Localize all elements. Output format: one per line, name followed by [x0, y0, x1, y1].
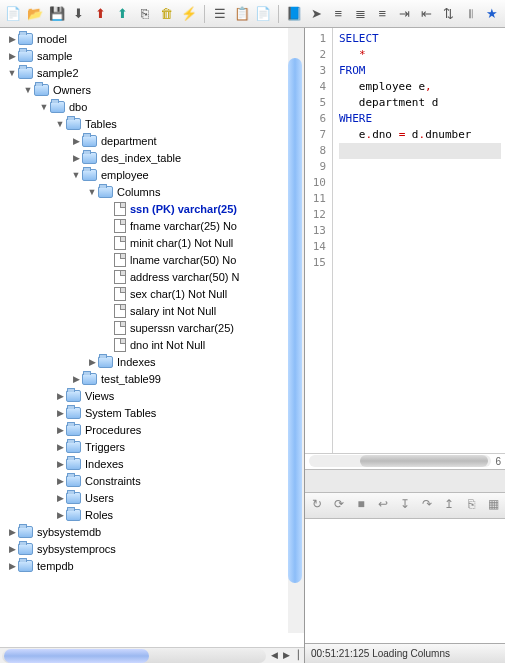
tree-vscroll-thumb[interactable]	[288, 58, 302, 583]
disclosure-open-icon[interactable]: ▼	[70, 169, 82, 181]
tree-row[interactable]: ▶Users	[0, 489, 304, 506]
code-line[interactable]	[339, 191, 501, 207]
tree-row[interactable]: ▶Views	[0, 387, 304, 404]
step-in-button[interactable]: ↧	[397, 497, 413, 513]
disclosure-closed-icon[interactable]: ▶	[6, 526, 18, 538]
code-line[interactable]	[339, 143, 501, 159]
open-folder-button[interactable]: 📂	[26, 5, 44, 23]
sql-editor[interactable]: 123456789101112131415 SELECT *FROM emplo…	[305, 28, 505, 453]
code-line[interactable]: *	[339, 47, 501, 63]
disclosure-closed-icon[interactable]: ▶	[54, 475, 66, 487]
code-line[interactable]: FROM	[339, 63, 501, 79]
align-right-button[interactable]: ≡	[373, 5, 391, 23]
export-teal-button[interactable]: ⬆	[114, 5, 132, 23]
tree-row[interactable]: ▶Roles	[0, 506, 304, 523]
disclosure-closed-icon[interactable]: ▶	[70, 135, 82, 147]
db-tree[interactable]: ▶model▶sample▼sample2▼Owners▼dbo▼Tables▶…	[0, 28, 304, 647]
tree-row[interactable]: address varchar(50) N	[0, 268, 304, 285]
import-button[interactable]: ⬇	[70, 5, 88, 23]
tree-row[interactable]: ▶tempdb	[0, 557, 304, 574]
pane-separator[interactable]	[305, 469, 505, 493]
hscroll-left-icon[interactable]: ◀	[268, 650, 280, 662]
tree-row[interactable]: ▶Procedures	[0, 421, 304, 438]
grid-button[interactable]: ▦	[485, 497, 501, 513]
code-line[interactable]	[339, 223, 501, 239]
hscroll-right-icon[interactable]: ▶	[280, 650, 292, 662]
tree-hscroll[interactable]: ◀ ▶ ⎮	[0, 647, 304, 663]
tree-row[interactable]: ▼Columns	[0, 183, 304, 200]
disclosure-open-icon[interactable]: ▼	[6, 67, 18, 79]
disclosure-closed-icon[interactable]: ▶	[54, 390, 66, 402]
run-button[interactable]: ⚡	[180, 5, 198, 23]
tree-vscroll-track[interactable]	[288, 28, 304, 633]
tree-hscroll-thumb[interactable]	[4, 649, 149, 663]
disclosure-closed-icon[interactable]: ▶	[54, 441, 66, 453]
tree-row[interactable]: ▼sample2	[0, 64, 304, 81]
tree-row[interactable]: ▶model	[0, 30, 304, 47]
code-line[interactable]: SELECT	[339, 31, 501, 47]
code-line[interactable]	[339, 207, 501, 223]
paste-doc-button[interactable]: 📄	[254, 5, 272, 23]
tree-row[interactable]: ▶sybsystemprocs	[0, 540, 304, 557]
refresh-button[interactable]: ↻	[309, 497, 325, 513]
disclosure-open-icon[interactable]: ▼	[22, 84, 34, 96]
disclosure-open-icon[interactable]: ▼	[54, 118, 66, 130]
tree-row[interactable]: ▼dbo	[0, 98, 304, 115]
new-file-button[interactable]: 📄	[4, 5, 22, 23]
code-line[interactable]: department d	[339, 95, 501, 111]
tree-row[interactable]: ▶Indexes	[0, 353, 304, 370]
tree-row[interactable]: ▶Triggers	[0, 438, 304, 455]
code-line[interactable]	[339, 255, 501, 271]
disclosure-open-icon[interactable]: ▼	[38, 101, 50, 113]
stop-button[interactable]: ■	[353, 497, 369, 513]
tree-row[interactable]: ▶sample	[0, 47, 304, 64]
tree-row[interactable]: sex char(1) Not Null	[0, 285, 304, 302]
columns-button[interactable]: ⦀	[461, 5, 479, 23]
copy-button[interactable]: ⎘	[136, 5, 154, 23]
copy-button[interactable]: ⎘	[463, 497, 479, 513]
tree-row[interactable]: ▶test_table99	[0, 370, 304, 387]
step-out-button[interactable]: ↥	[441, 497, 457, 513]
editor-code[interactable]: SELECT *FROM employee e, department dWHE…	[333, 28, 505, 453]
tree-row[interactable]: lname varchar(50) No	[0, 251, 304, 268]
disclosure-closed-icon[interactable]: ▶	[54, 407, 66, 419]
outdent-button[interactable]: ⇤	[417, 5, 435, 23]
star-button[interactable]: ★	[483, 5, 501, 23]
disclosure-closed-icon[interactable]: ▶	[70, 152, 82, 164]
book-button[interactable]: 📘	[285, 5, 303, 23]
export-red-button[interactable]: ⬆	[92, 5, 110, 23]
code-line[interactable]: e.dno = d.dnumber	[339, 127, 501, 143]
copy-doc-button[interactable]: 📋	[233, 5, 251, 23]
tree-hscroll-track[interactable]	[2, 649, 266, 663]
editor-hscroll[interactable]: 6	[305, 453, 505, 469]
tree-row[interactable]: ssn (PK) varchar(25)	[0, 200, 304, 217]
align-center-button[interactable]: ≣	[351, 5, 369, 23]
editor-hscroll-thumb[interactable]	[360, 455, 488, 467]
tree-row[interactable]: ▶sybsystemdb	[0, 523, 304, 540]
disclosure-closed-icon[interactable]: ▶	[6, 50, 18, 62]
disclosure-closed-icon[interactable]: ▶	[6, 560, 18, 572]
disclosure-closed-icon[interactable]: ▶	[86, 356, 98, 368]
tree-row[interactable]: dno int Not Null	[0, 336, 304, 353]
tree-row[interactable]: ▶department	[0, 132, 304, 149]
tree-row[interactable]: ▼Owners	[0, 81, 304, 98]
delete-button[interactable]: 🗑	[158, 5, 176, 23]
tree-row[interactable]: salary int Not Null	[0, 302, 304, 319]
tree-row[interactable]: ▼employee	[0, 166, 304, 183]
step-over-button[interactable]: ↷	[419, 497, 435, 513]
code-line[interactable]	[339, 175, 501, 191]
save-button[interactable]: 💾	[48, 5, 66, 23]
hscroll-end-icon[interactable]: ⎮	[292, 650, 304, 662]
tree-row[interactable]: minit char(1) Not Null	[0, 234, 304, 251]
pointer-button[interactable]: ➤	[307, 5, 325, 23]
disclosure-closed-icon[interactable]: ▶	[70, 373, 82, 385]
sort-button[interactable]: ⇅	[439, 5, 457, 23]
tree-row[interactable]: ▼Tables	[0, 115, 304, 132]
disclosure-closed-icon[interactable]: ▶	[54, 458, 66, 470]
tree-row[interactable]: ▶Constraints	[0, 472, 304, 489]
code-line[interactable]	[339, 159, 501, 175]
properties-button[interactable]: ☰	[211, 5, 229, 23]
tree-row[interactable]: superssn varchar(25)	[0, 319, 304, 336]
tree-row[interactable]: ▶System Tables	[0, 404, 304, 421]
refresh-all-button[interactable]: ⟳	[331, 497, 347, 513]
